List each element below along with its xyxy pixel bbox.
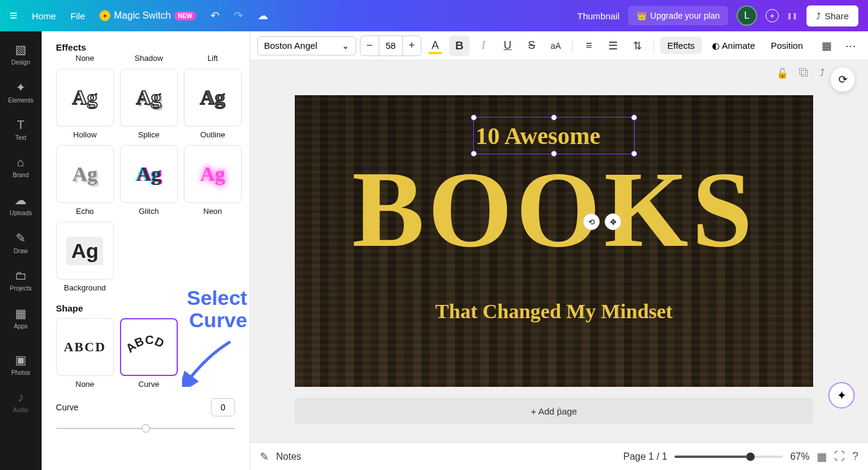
design-canvas[interactable]: 10 Awesome BOOKS That Changed My Mindset… — [295, 95, 813, 387]
page-indicator[interactable]: Page 1 / 1 — [623, 451, 667, 462]
undo-icon[interactable]: ↶ — [210, 9, 219, 22]
font-family-dropdown[interactable]: Boston Angel ⌄ — [257, 36, 356, 55]
strikethrough-button[interactable]: S — [521, 36, 542, 56]
fullscreen-icon[interactable]: ⛶ — [834, 450, 845, 463]
rail-elements[interactable]: ✦Elements — [0, 75, 42, 108]
underline-button[interactable]: U — [497, 36, 518, 56]
grid-view-icon[interactable]: ▦ — [817, 450, 827, 463]
notes-button[interactable]: Notes — [276, 451, 301, 462]
new-badge: NEW — [174, 11, 195, 20]
effect-neon[interactable]: AgNeon — [184, 145, 242, 216]
rail-photos[interactable]: ▣Photos — [0, 348, 42, 381]
rail-projects[interactable]: 🗀Projects — [0, 264, 42, 296]
zoom-level[interactable]: 67% — [790, 451, 810, 462]
animate-button[interactable]: ◐Animate — [706, 37, 761, 55]
lock-icon[interactable]: 🔓 — [776, 67, 788, 79]
rail-apps[interactable]: ▦Apps — [0, 301, 42, 334]
help-icon[interactable]: ? — [852, 450, 858, 463]
resize-handle[interactable] — [631, 114, 637, 121]
rotate-handle[interactable]: ⟲ — [583, 213, 600, 230]
upgrade-label: Upgrade your plan — [650, 11, 720, 20]
font-size-increase[interactable]: + — [403, 36, 421, 55]
zoom-slider[interactable] — [675, 456, 783, 458]
resize-handle[interactable] — [551, 114, 557, 121]
refresh-fab[interactable]: ⟳ — [831, 67, 855, 92]
font-size-decrease[interactable]: − — [360, 36, 379, 55]
canvas-viewport: 🔓 ⿻ ⤴ ⟳ 10 Awesome BOOKS That Changed My… — [250, 60, 868, 442]
effect-background[interactable]: AgBackground — [56, 222, 114, 292]
more-options-button[interactable]: ⋯ — [840, 36, 861, 56]
effect-outline[interactable]: AgOutline — [184, 69, 242, 139]
effect-label: Neon — [203, 207, 222, 216]
shape-curve[interactable]: ABCD Curve — [120, 318, 178, 389]
canvas-text-title[interactable]: BOOKS — [325, 155, 783, 264]
export-page-icon[interactable]: ⤴ — [820, 67, 825, 79]
rail-label: Uploads — [10, 210, 32, 216]
bold-button[interactable]: B — [449, 36, 470, 56]
rail-design[interactable]: ▧Design — [0, 37, 42, 70]
duplicate-page-icon[interactable]: ⿻ — [799, 67, 809, 79]
text-selection-box[interactable] — [473, 117, 635, 154]
effect-lift[interactable]: Lift — [184, 57, 242, 63]
effect-label: Outline — [200, 130, 225, 139]
spacing-button[interactable]: ⇅ — [627, 36, 647, 56]
add-page-button[interactable]: + Add page — [295, 398, 813, 424]
audio-icon: ♪ — [17, 390, 24, 404]
resize-handle[interactable] — [631, 151, 637, 157]
shape-none[interactable]: ABCDNone — [56, 318, 114, 389]
resize-handle[interactable] — [551, 151, 557, 157]
effect-splice[interactable]: AgSplice — [120, 69, 178, 139]
hamburger-menu-icon[interactable]: ≡ — [10, 8, 17, 24]
canvas-text-tagline[interactable]: That Changed My Mindset — [295, 300, 813, 323]
user-avatar[interactable]: L — [737, 5, 757, 26]
rail-label: Audio — [13, 407, 29, 413]
rail-brand[interactable]: ⌂Brand — [0, 151, 42, 183]
effect-label: Background — [64, 283, 105, 292]
notes-icon[interactable]: ✎ — [260, 450, 269, 463]
effect-echo[interactable]: AgEcho — [56, 145, 114, 216]
page-drawer-handle[interactable]: ⌃ — [556, 406, 562, 415]
alignment-button[interactable]: ≡ — [579, 36, 599, 56]
rail-audio[interactable]: ♪Audio — [0, 386, 42, 418]
document-title[interactable]: Thumbnail — [577, 11, 620, 21]
effect-label: Glitch — [139, 207, 159, 216]
effects-heading: Effects — [56, 42, 235, 52]
canvas-area: Boston Angel ⌄ − 58 + A B I U S aA ≡ ☰ ⇅… — [250, 31, 868, 470]
position-button[interactable]: Position — [765, 37, 809, 54]
effects-button[interactable]: Effects — [660, 37, 702, 54]
rail-text[interactable]: TText — [0, 113, 42, 146]
upgrade-plan-button[interactable]: 👑 Upgrade your plan — [628, 6, 728, 25]
text-case-button[interactable]: aA — [546, 36, 566, 56]
effect-label: Splice — [138, 130, 159, 139]
italic-button[interactable]: I — [473, 36, 494, 56]
share-button[interactable]: ⤴ Share — [807, 5, 858, 27]
font-name: Boston Angel — [264, 40, 317, 51]
cloud-sync-icon[interactable]: ☁ — [257, 9, 268, 22]
effect-label: None — [75, 54, 94, 63]
rail-label: Apps — [14, 323, 28, 330]
font-size-value[interactable]: 58 — [379, 36, 403, 55]
rail-uploads[interactable]: ☁Uploads — [0, 188, 42, 221]
file-menu[interactable]: File — [71, 11, 85, 21]
curve-value-input[interactable] — [211, 398, 235, 416]
analytics-icon[interactable]: ⫾⫾ — [787, 10, 798, 22]
resize-handle[interactable] — [471, 151, 477, 157]
move-handle[interactable]: ✥ — [605, 213, 621, 230]
top-menu-bar: ≡ Home File ✦ Magic Switch NEW ↶ ↷ ☁ Thu… — [0, 0, 868, 31]
transparency-button[interactable]: ▦ — [816, 36, 837, 56]
effects-panel: Effects None Shadow Lift AgHollow AgSpli… — [42, 31, 250, 470]
magic-switch-button[interactable]: ✦ Magic Switch NEW — [99, 10, 196, 21]
text-color-button[interactable]: A — [425, 36, 445, 56]
home-menu[interactable]: Home — [32, 11, 56, 21]
effect-glitch[interactable]: AgGlitch — [120, 145, 178, 216]
rail-draw[interactable]: ✎Draw — [0, 226, 42, 259]
effect-none[interactable]: None — [56, 57, 114, 63]
list-button[interactable]: ☰ — [603, 36, 623, 56]
magic-assist-fab[interactable]: ✦ — [828, 382, 855, 409]
redo-icon[interactable]: ↷ — [234, 9, 243, 22]
curve-slider[interactable] — [56, 422, 235, 434]
invite-collaborator-button[interactable]: + — [766, 9, 779, 22]
effect-shadow[interactable]: Shadow — [120, 57, 178, 63]
effect-hollow[interactable]: AgHollow — [56, 69, 114, 139]
resize-handle[interactable] — [471, 114, 477, 121]
